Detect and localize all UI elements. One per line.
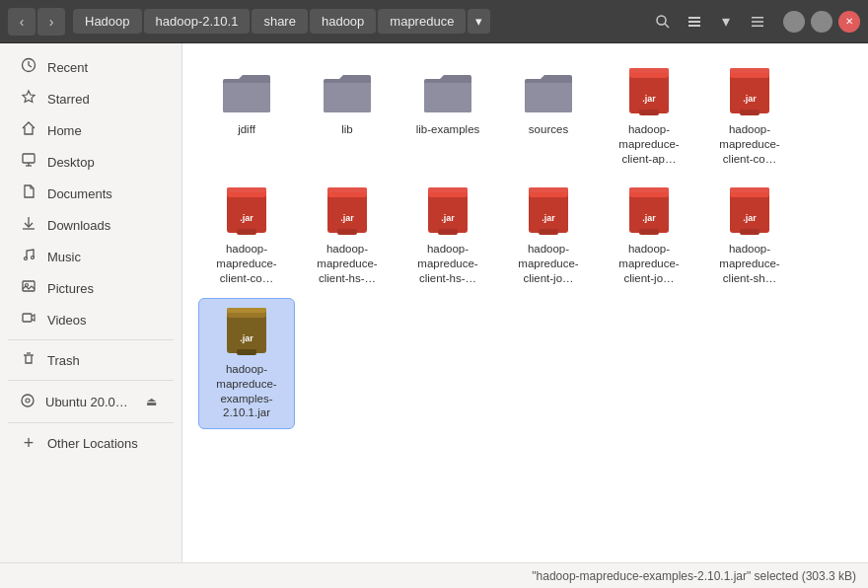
file-label: hadoop-mapreduce-client-hs-…	[403, 242, 492, 286]
svg-rect-59	[730, 187, 769, 192]
svg-rect-19	[23, 314, 32, 322]
sidebar-ubuntu-label: Ubuntu 20.0…	[45, 395, 128, 409]
svg-text:.jar: .jar	[743, 213, 757, 223]
window-minimize-button[interactable]: –	[783, 11, 805, 33]
svg-rect-56	[639, 229, 659, 235]
window-close-button[interactable]: ✕	[838, 11, 860, 33]
svg-point-15	[25, 257, 28, 260]
sidebar-item-pictures-label: Pictures	[47, 281, 94, 296]
jar-icon: .jar	[523, 186, 574, 238]
file-label: hadoop-mapreduce-client-ap…	[605, 122, 693, 167]
list-item[interactable]: lib-examples	[399, 59, 496, 175]
window-controls: – □ ✕	[783, 11, 860, 33]
trash-icon	[20, 350, 37, 370]
list-item[interactable]: .jar hadoop-mapreduce-client-jo…	[601, 179, 697, 294]
nav-forward-button[interactable]: ›	[37, 8, 65, 36]
sidebar-item-videos-label: Videos	[47, 313, 87, 328]
jar-icon: .jar	[724, 67, 775, 118]
statusbar-text: "hadoop-mapreduce-examples-2.10.1.jar" s…	[532, 569, 856, 583]
list-item[interactable]: jdiff	[198, 59, 295, 175]
jar-icon: .jar	[623, 186, 675, 238]
svg-rect-24	[629, 68, 669, 73]
svg-rect-51	[539, 229, 558, 235]
svg-point-20	[22, 395, 34, 406]
nav-buttons: ‹ ›	[8, 8, 65, 36]
jar-icon: .jar	[221, 307, 272, 358]
sidebar-item-downloads[interactable]: Downloads	[4, 209, 178, 241]
breadcrumb-hadoop2[interactable]: hadoop	[310, 9, 376, 34]
sidebar-item-desktop[interactable]: Desktop	[4, 146, 178, 178]
file-area[interactable]: jdiff lib	[182, 43, 868, 562]
svg-text:.jar: .jar	[240, 213, 253, 223]
file-label: hadoop-mapreduce-client-co…	[202, 242, 291, 286]
svg-rect-6	[752, 21, 763, 23]
home-icon	[20, 120, 37, 140]
ubuntu-eject-button[interactable]: ⏏	[140, 391, 162, 412]
svg-rect-41	[337, 229, 357, 235]
svg-rect-2	[688, 17, 700, 19]
desktop-icon	[20, 152, 37, 172]
list-item[interactable]: .jar hadoop-mapreduce-client-ap…	[601, 59, 697, 175]
sidebar-item-home[interactable]: Home	[4, 114, 178, 146]
view-list-button[interactable]	[681, 8, 708, 36]
breadcrumb-hadoop-2101[interactable]: hadoop-2.10.1	[144, 9, 251, 34]
search-button[interactable]	[649, 8, 677, 36]
list-item[interactable]: .jar hadoop-mapreduce-client-hs-…	[299, 179, 396, 294]
music-icon	[20, 247, 37, 266]
folder-icon	[523, 67, 574, 118]
nav-back-button[interactable]: ‹	[8, 8, 36, 36]
sidebar-item-documents[interactable]: Documents	[4, 178, 178, 209]
svg-text:.jar: .jar	[441, 213, 455, 223]
file-label: hadoop-mapreduce-examples-2.10.1.jar	[203, 362, 290, 421]
svg-rect-10	[23, 154, 35, 163]
breadcrumb-share[interactable]: share	[252, 9, 308, 34]
window-maximize-button[interactable]: □	[811, 11, 832, 33]
list-item[interactable]: .jar hadoop-mapreduce-examples-2.10.1.ja…	[198, 298, 295, 430]
jar-icon: .jar	[422, 186, 473, 238]
sidebar-item-starred-label: Starred	[47, 92, 90, 107]
folder-icon	[221, 67, 272, 118]
sidebar-item-recent[interactable]: Recent	[4, 51, 178, 83]
sidebar-item-documents-label: Documents	[47, 186, 112, 201]
breadcrumb-hadoop[interactable]: Hadoop	[73, 9, 142, 34]
svg-text:.jar: .jar	[642, 94, 656, 104]
list-item[interactable]: lib	[299, 59, 396, 175]
list-item[interactable]: .jar hadoop-mapreduce-client-co…	[701, 59, 798, 175]
svg-rect-46	[438, 229, 458, 235]
sidebar-item-trash[interactable]: Trash	[4, 344, 178, 376]
list-item[interactable]: .jar hadoop-mapreduce-client-hs-…	[399, 179, 496, 294]
view-options-button[interactable]: ▾	[712, 8, 740, 36]
sidebar-item-starred[interactable]: Starred	[4, 83, 178, 114]
menu-button[interactable]	[744, 8, 771, 36]
svg-rect-66	[237, 349, 256, 355]
svg-text:.jar: .jar	[542, 213, 555, 223]
sidebar-item-recent-label: Recent	[47, 60, 88, 75]
list-item[interactable]: .jar hadoop-mapreduce-client-co…	[198, 179, 295, 294]
list-item[interactable]: .jar hadoop-mapreduce-client-jo…	[500, 179, 597, 294]
sidebar-item-pictures[interactable]: Pictures	[4, 272, 178, 304]
breadcrumb-mapreduce[interactable]: mapreduce	[378, 9, 466, 34]
list-item[interactable]: sources	[500, 59, 597, 175]
sidebar-item-music-label: Music	[47, 250, 81, 264]
svg-text:.jar: .jar	[743, 94, 757, 104]
svg-rect-36	[237, 229, 256, 235]
statusbar: "hadoop-mapreduce-examples-2.10.1.jar" s…	[0, 562, 868, 588]
list-item[interactable]: .jar hadoop-mapreduce-client-sh…	[701, 179, 798, 294]
star-icon	[20, 89, 37, 109]
svg-rect-31	[740, 110, 760, 115]
sidebar-item-ubuntu[interactable]: Ubuntu 20.0… ⏏	[4, 385, 178, 418]
sidebar-item-videos[interactable]: Videos	[4, 304, 178, 335]
sidebar-item-music[interactable]: Music	[4, 241, 178, 272]
svg-line-1	[665, 24, 669, 28]
main-content: Recent Starred Home Desktop Documents	[0, 43, 868, 562]
jar-icon: .jar	[724, 186, 775, 238]
file-label: hadoop-mapreduce-client-sh…	[705, 242, 794, 286]
file-label: sources	[529, 122, 568, 137]
jar-icon: .jar	[623, 67, 675, 118]
titlebar: ‹ › Hadoop hadoop-2.10.1 share hadoop ma…	[0, 0, 868, 43]
sidebar-item-other-locations[interactable]: + Other Locations	[4, 427, 178, 460]
file-label: hadoop-mapreduce-client-jo…	[504, 242, 593, 286]
recent-icon	[20, 57, 37, 77]
breadcrumb-dropdown-button[interactable]: ▾	[468, 9, 490, 34]
svg-rect-34	[227, 187, 266, 192]
